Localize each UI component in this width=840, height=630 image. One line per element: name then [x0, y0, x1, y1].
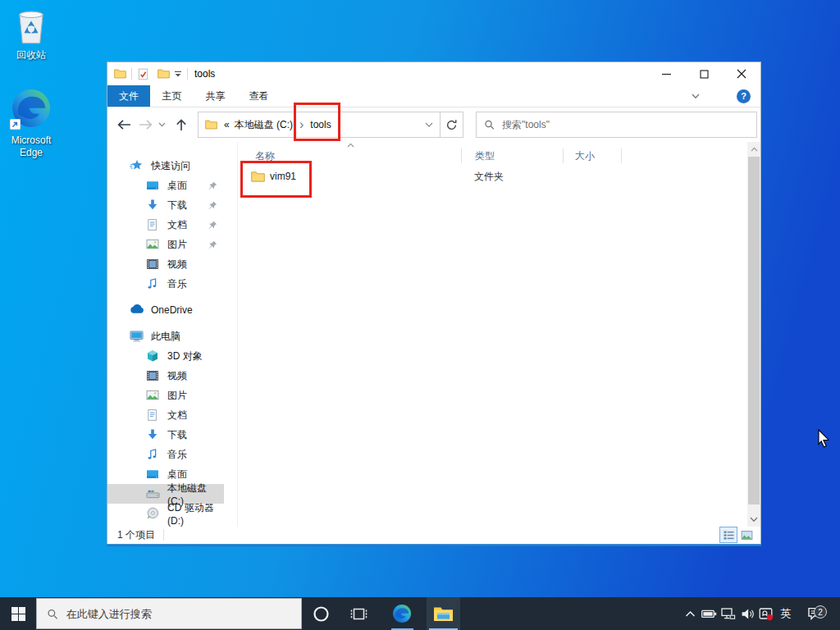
search-input[interactable]: [502, 119, 749, 130]
sidebar-item-label: 下载: [167, 428, 187, 442]
check-doc-icon[interactable]: [137, 68, 149, 80]
sidebar-item[interactable]: 图片: [107, 235, 224, 254]
sidebar-item-label: 音乐: [167, 277, 187, 291]
volume-icon[interactable]: [739, 597, 756, 630]
taskbar-search-box[interactable]: [36, 598, 302, 629]
sidebar-item[interactable]: 文档: [107, 405, 224, 425]
thumbnail-view-icon: [741, 529, 753, 541]
edge-icon: [391, 603, 413, 624]
back-arrow-icon[interactable]: [116, 116, 132, 133]
sidebar-item[interactable]: 下载: [107, 425, 224, 445]
sidebar-item[interactable]: 3D 对象: [107, 346, 224, 366]
ime-mode-icon[interactable]: [758, 597, 774, 630]
sidebar-item[interactable]: 图片: [107, 386, 224, 405]
sidebar-item-label: 文档: [167, 409, 187, 422]
sidebar-item[interactable]: 下载: [107, 195, 224, 215]
window-title: tools: [194, 68, 215, 80]
pictures-icon: [146, 389, 160, 403]
download-icon: [146, 428, 160, 442]
sidebar-item[interactable]: 视频: [107, 254, 224, 274]
sidebar-item[interactable]: 音乐: [107, 274, 224, 294]
ribbon-tabs: 文件主页共享查看 ?: [107, 85, 760, 107]
task-view-button[interactable]: [342, 597, 375, 630]
ribbon-tab-1[interactable]: 主页: [150, 85, 194, 107]
taskbar-edge-button[interactable]: [386, 597, 418, 630]
sidebar-item[interactable]: CD 驱动器 (D:): [107, 504, 224, 523]
column-divider[interactable]: [621, 148, 622, 163]
action-center-icon[interactable]: 2: [802, 597, 827, 630]
ribbon-tab-2[interactable]: 共享: [194, 85, 237, 107]
battery-icon[interactable]: [701, 597, 717, 630]
task-view-icon: [350, 607, 368, 621]
desktop-icon-microsoft-edge[interactable]: Microsoft Edge: [4, 85, 58, 159]
column-header-type[interactable]: 类型: [462, 148, 563, 164]
sidebar-item-label: 图片: [167, 389, 187, 403]
ime-language-indicator[interactable]: 英: [778, 597, 794, 630]
annotation-box-tools: [294, 103, 340, 141]
navigation-pane: 快速访问桌面下载文档图片视频音乐OneDrive此电脑3D 对象视频图片文档下载…: [107, 142, 237, 527]
divider: [187, 68, 188, 80]
recycle-bin-icon: [13, 7, 49, 46]
details-view-icon: [723, 529, 735, 541]
network-icon[interactable]: [720, 597, 737, 630]
search-box[interactable]: [476, 112, 757, 138]
sidebar-item[interactable]: 快速访问: [107, 156, 224, 176]
sidebar-item-label: 桌面: [167, 179, 187, 193]
tray-expand-icon[interactable]: [682, 597, 697, 630]
breadcrumb-overflow[interactable]: «: [224, 119, 230, 130]
sidebar-item-label: 视频: [167, 258, 187, 272]
taskbar-explorer-button[interactable]: [427, 597, 460, 630]
sidebar-item[interactable]: 此电脑: [107, 326, 224, 346]
address-toolbar: « 本地磁盘 (C:) › tools: [107, 107, 760, 142]
file-rows: vim91文件夹: [238, 167, 760, 186]
cursor-icon: [817, 429, 831, 450]
ribbon-tab-0[interactable]: 文件: [107, 85, 150, 107]
file-list: 名称 类型 大小 vim91文件夹: [237, 142, 760, 527]
details-view-button[interactable]: [719, 527, 737, 543]
taskbar: 英 2: [0, 597, 840, 630]
sidebar-item[interactable]: 音乐: [107, 445, 224, 464]
up-arrow-icon[interactable]: [173, 116, 189, 133]
new-folder-icon[interactable]: [158, 68, 170, 80]
file-type: 文件夹: [461, 170, 562, 184]
recent-locations-icon[interactable]: [157, 121, 167, 129]
music-icon: [146, 277, 160, 291]
close-button[interactable]: [723, 62, 760, 85]
qat-caret-icon[interactable]: [174, 71, 182, 77]
sidebar-item[interactable]: 视频: [107, 366, 224, 386]
minimize-button[interactable]: [647, 62, 685, 85]
address-dropdown-icon[interactable]: [425, 122, 433, 128]
search-icon: [484, 119, 495, 130]
sidebar-item[interactable]: 文档: [107, 215, 224, 235]
pin-icon: [208, 240, 217, 249]
sidebar-item[interactable]: 桌面: [107, 176, 224, 195]
breadcrumb-drive[interactable]: 本地磁盘 (C:): [235, 118, 293, 132]
column-header-size[interactable]: 大小: [564, 148, 621, 164]
download-icon: [146, 199, 160, 212]
desktop-icon-recycle-bin[interactable]: 回收站: [4, 7, 58, 62]
quick-access-star-icon: [130, 159, 144, 173]
ribbon-expand-icon[interactable]: [692, 94, 700, 99]
close-icon: [737, 69, 746, 79]
computer-icon: [130, 330, 144, 344]
explorer-window: tools 文件主页共享查看 ? « 本地磁盘 (C:) › tools: [107, 62, 761, 546]
cortana-button[interactable]: [304, 597, 337, 630]
sidebar-item[interactable]: OneDrive: [107, 300, 224, 320]
pin-icon: [208, 201, 217, 210]
file-row[interactable]: vim91文件夹: [238, 167, 760, 186]
cd-icon: [146, 507, 160, 521]
notification-badge: 2: [814, 605, 827, 619]
taskbar-search-input[interactable]: [66, 608, 291, 620]
maximize-button[interactable]: [685, 62, 723, 85]
thumbnail-view-button[interactable]: [737, 527, 756, 543]
sidebar-item-label: CD 驱动器 (D:): [167, 501, 224, 527]
annotation-box-vim91: [240, 161, 312, 198]
forward-arrow-icon[interactable]: [137, 116, 153, 133]
start-button[interactable]: [0, 597, 36, 630]
refresh-button[interactable]: [441, 112, 463, 138]
ribbon-tab-3[interactable]: 查看: [237, 85, 281, 107]
help-icon[interactable]: ?: [737, 89, 751, 103]
start-icon: [11, 607, 25, 621]
window-folder-icon: [114, 68, 126, 80]
onedrive-icon: [130, 304, 144, 317]
